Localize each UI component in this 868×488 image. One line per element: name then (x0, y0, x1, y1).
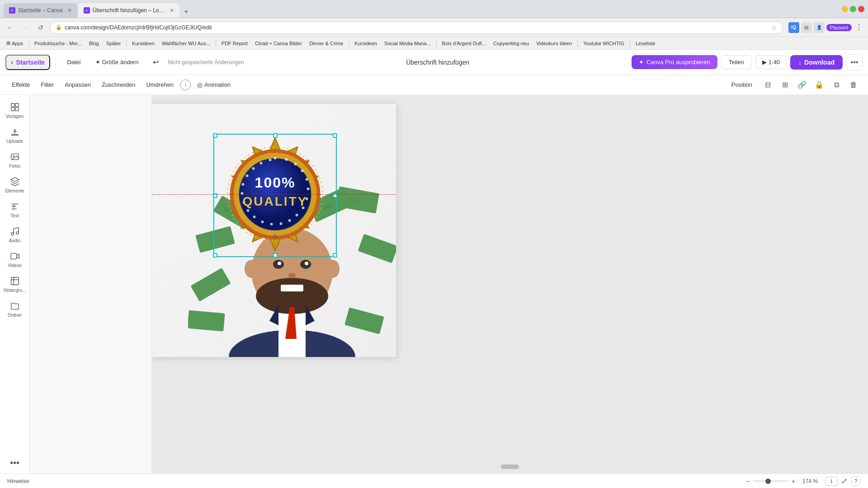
bookmark-videokurs[interactable]: Videokurs Ideen (533, 40, 575, 47)
handle-tl[interactable] (213, 133, 217, 138)
expand-button[interactable]: ⤢ (841, 477, 847, 485)
minimize-button[interactable] (842, 6, 848, 12)
bookmark-blog[interactable]: Blog (86, 40, 102, 47)
browser-menu-button[interactable]: ⋮ (854, 22, 864, 33)
grid-icon-btn[interactable]: ⊞ (778, 78, 792, 92)
handle-tr[interactable] (333, 133, 337, 138)
canvas-collapse-bottom[interactable] (501, 465, 519, 469)
bookmark-produktsuche[interactable]: Produktsuche - Mer... (32, 40, 85, 47)
handle-bl[interactable] (213, 253, 217, 258)
svg-rect-19 (188, 310, 225, 332)
bookmark-dinner[interactable]: Dinner & Crime (307, 40, 346, 47)
position-button[interactable]: Position (726, 79, 758, 90)
tab-close-ueberschrift[interactable]: ✕ (170, 7, 174, 14)
extension-icon-2[interactable]: ▤ (801, 22, 812, 33)
svg-point-64 (252, 167, 255, 170)
svg-point-48 (301, 169, 304, 172)
handle-tm[interactable] (273, 133, 278, 138)
canva-pro-button[interactable]: ✦ Canva Pro ausprobieren (632, 55, 717, 69)
tab-startseite[interactable]: C Startseite – Canva ✕ (4, 3, 77, 18)
sidebar-item-ordner[interactable]: Ordner (2, 297, 28, 321)
sidebar-item-videos[interactable]: Videos (2, 248, 28, 272)
lock-icon-btn[interactable]: 🔒 (812, 78, 826, 92)
preview-button[interactable]: ▶ 1:40 (755, 55, 787, 69)
umdrehen-button[interactable]: Umdrehen (142, 79, 178, 90)
extension-icon-3[interactable]: 👤 (814, 22, 825, 33)
animation-button[interactable]: ◎ Animation (193, 79, 235, 91)
copy-icon-btn[interactable]: ⧉ (829, 78, 844, 92)
hinweise-label: Hinweise (7, 478, 29, 484)
sidebar-item-elemente[interactable]: Elemente (2, 173, 28, 197)
handle-mr[interactable] (333, 193, 337, 198)
bookmark-social[interactable]: Social Media Mana... (382, 40, 434, 47)
sidebar-item-vorlagen[interactable]: Vorlagen (2, 99, 28, 122)
download-button[interactable]: ↓ Download (790, 55, 843, 70)
handle-bm[interactable] (273, 253, 278, 258)
sidebar-more-button[interactable]: ••• (8, 455, 22, 470)
svg-text:T: T (12, 204, 15, 210)
info-button[interactable]: i (180, 80, 191, 90)
sidebar-item-audio[interactable]: Audio (2, 223, 28, 247)
handle-br[interactable] (333, 253, 337, 258)
handle-ml[interactable] (213, 193, 217, 198)
canvas-area[interactable]: ‹ $100 (152, 95, 868, 474)
sidebar-item-fotos[interactable]: Fotos (2, 148, 28, 172)
canvas-page[interactable]: $100 $100 $100 (152, 104, 396, 357)
datei-button[interactable]: Datei (61, 56, 86, 68)
anpassen-button[interactable]: Anpassen (60, 79, 95, 90)
left-sidebar: Vorlagen Uploads Fotos Elemente T Te (0, 95, 30, 474)
bookmark-spaeter[interactable]: Später (104, 40, 123, 47)
bookmark-leseliste[interactable]: Leseliste (633, 40, 658, 47)
sidebar-item-text[interactable]: T Text (2, 198, 28, 222)
bookmark-pdfreport[interactable]: PDF Report (219, 40, 250, 47)
extension-icon-1[interactable]: IQ (788, 22, 799, 33)
help-button[interactable]: ? (851, 476, 861, 486)
sidebar-item-uploads[interactable]: Uploads (2, 123, 28, 147)
filter-button[interactable]: Filter (36, 79, 58, 90)
sidebar-item-hintergrund[interactable]: Hintergru... (2, 272, 28, 296)
tab-close-startseite[interactable]: ✕ (67, 7, 72, 14)
svg-point-56 (270, 223, 273, 225)
tab-ueberschrift[interactable]: C Überschrift hinzufügen – Logo ✕ (78, 3, 179, 18)
zuschneiden-button[interactable]: Zuschneiden (97, 79, 140, 90)
quality-badge-container[interactable]: 100% QUALITY ✛ (215, 136, 335, 255)
bookmark-apps[interactable]: ⊞ Apps (4, 39, 26, 47)
zoom-out-button[interactable]: − (746, 478, 750, 485)
bookmark-copywriting[interactable]: Copywriting neu (491, 40, 532, 47)
close-window-button[interactable] (858, 6, 864, 12)
undo-button[interactable]: ↩ (147, 55, 164, 69)
bookmark-wahlfaecher[interactable]: Wahlfächer WU Aus... (159, 40, 213, 47)
svg-rect-1 (15, 103, 18, 107)
effekte-button[interactable]: Effekte (7, 79, 34, 90)
bookmark-youtube[interactable]: Youtube WICHTIG (580, 40, 627, 47)
svg-point-53 (296, 214, 298, 216)
bookmark-cload[interactable]: Cload + Canva Bilder (252, 40, 305, 47)
svg-point-55 (280, 222, 283, 225)
forward-button[interactable]: → (19, 21, 32, 34)
home-button[interactable]: ‹ Startseite (5, 55, 50, 70)
refresh-button[interactable]: ↺ (34, 21, 47, 34)
link-icon-btn[interactable]: 🔗 (795, 78, 809, 92)
groesse-aendern-button[interactable]: ✦ Größe ändern (90, 56, 144, 68)
zoom-in-button[interactable]: + (792, 478, 795, 485)
align-icon-btn[interactable]: ⊟ (760, 78, 775, 92)
zoom-control: − + (746, 478, 795, 485)
maximize-button[interactable] (850, 6, 856, 12)
tab-favicon-active: C (84, 7, 90, 14)
pause-badge: Pausiert (826, 24, 852, 31)
back-button[interactable]: ← (4, 21, 16, 34)
svg-point-45 (274, 157, 277, 160)
design-title-button[interactable]: Überschrift hinzufügen (400, 56, 476, 69)
new-tab-button[interactable]: + (180, 6, 192, 18)
bookmark-kursideen1[interactable]: Kursideen (129, 40, 157, 47)
svg-point-9 (16, 232, 19, 235)
more-options-button[interactable]: ••• (846, 54, 863, 70)
bookmark-bois[interactable]: Bois d'Argent Duft... (439, 40, 489, 47)
unsaved-label: Nicht gespeicherte Änderungen (168, 59, 244, 66)
share-button[interactable]: Teilen (721, 55, 752, 69)
bookmark-kursideen2[interactable]: Kursideen (352, 40, 380, 47)
trash-icon-btn[interactable]: 🗑 (846, 78, 861, 92)
resize-icon: ✦ (95, 59, 100, 66)
zoom-slider[interactable] (753, 480, 789, 482)
address-bar[interactable]: 🔒 canva.com/design/DAEdomzcjI/drBfjHdCoj… (50, 21, 783, 34)
